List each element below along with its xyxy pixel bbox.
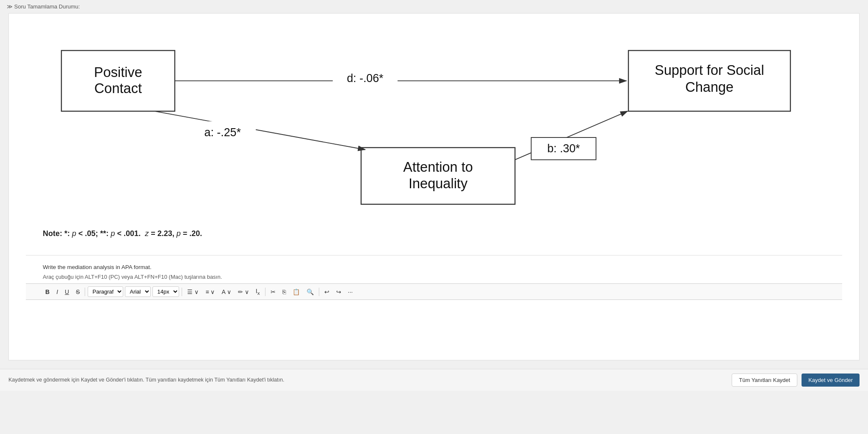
prompt-subtext: Araç çubuğu için ALT+F10 (PC) veya ALT+F… xyxy=(26,273,842,283)
strikethrough-button[interactable]: S xyxy=(73,287,82,297)
diagram-container: Positive Contact Support for Social Chan… xyxy=(26,26,842,212)
list-unordered-button[interactable]: ☰ ∨ xyxy=(185,287,201,297)
attention-inequality-label1: Attention to xyxy=(403,159,473,175)
more-button[interactable]: ··· xyxy=(346,287,356,297)
note-text: Note: *: p < .05; **: p < .001. z = 2.23… xyxy=(43,229,202,238)
size-select[interactable]: 14px xyxy=(152,286,179,297)
support-social-change-label1: Support for Social xyxy=(655,63,764,78)
undo-button[interactable]: ↩ xyxy=(322,287,332,297)
prompt-text: Write the mediation analysis in APA form… xyxy=(26,255,842,273)
italic-button[interactable]: I xyxy=(54,287,61,297)
bold-button[interactable]: B xyxy=(43,287,52,297)
page-wrapper: ≫ Soru Tamamlama Durumu: Positive Contac… xyxy=(0,0,868,434)
prompt-main: Write the mediation analysis in APA form… xyxy=(43,264,152,270)
size-dropdown[interactable]: 14px xyxy=(152,286,179,297)
a-path-arrow xyxy=(155,111,365,150)
b-label-text: b: .30* xyxy=(547,142,580,155)
toolbar-sep-3 xyxy=(265,288,265,296)
positive-contact-label2: Contact xyxy=(94,81,142,96)
clear-format-button[interactable]: Ix xyxy=(253,286,263,297)
prompt-sub: Araç çubuğu için ALT+F10 (PC) veya ALT+F… xyxy=(43,274,222,280)
cut-button[interactable]: ✂ xyxy=(268,287,278,297)
editor-toolbar: B I U S Paragraf Arial 14px ☰ xyxy=(26,283,842,300)
paragraph-dropdown[interactable]: Paragraf xyxy=(88,286,123,297)
editor-content[interactable] xyxy=(26,300,842,334)
list-ordered-button[interactable]: ≡ ∨ xyxy=(203,287,217,297)
paste-button[interactable]: 📋 xyxy=(290,287,302,297)
bottom-bar: Kaydetmek ve göndermek için Kaydet ve Gö… xyxy=(0,369,868,391)
highlight-button[interactable]: ✏ ∨ xyxy=(235,287,252,297)
font-dropdown[interactable]: Arial xyxy=(125,286,151,297)
copy-button[interactable]: ⎘ xyxy=(280,287,288,297)
save-send-button[interactable]: Kaydet ve Gönder xyxy=(802,374,860,387)
toolbar-sep-1 xyxy=(85,288,85,296)
bottom-bar-buttons: Tüm Yanıtları Kaydet Kaydet ve Gönder xyxy=(732,374,860,387)
search-button[interactable]: 🔍 xyxy=(304,287,316,297)
toolbar-sep-2 xyxy=(182,288,182,296)
font-select[interactable]: Arial xyxy=(125,286,151,297)
underline-button[interactable]: U xyxy=(62,287,72,297)
d-label-text: d: -.06* xyxy=(347,72,383,85)
diagram-svg: Positive Contact Support for Social Chan… xyxy=(26,26,842,212)
note-section: Note: *: p < .05; **: p < .001. z = 2.23… xyxy=(26,221,842,251)
support-social-change-label2: Change xyxy=(685,80,733,95)
top-bar-label: ≫ Soru Tamamlama Durumu: xyxy=(7,3,80,10)
save-all-button[interactable]: Tüm Yanıtları Kaydet xyxy=(732,374,797,387)
paragraph-select[interactable]: Paragraf xyxy=(88,286,123,297)
positive-contact-label: Positive xyxy=(94,65,142,80)
main-content: Positive Contact Support for Social Chan… xyxy=(8,13,860,360)
attention-inequality-label2: Inequality xyxy=(409,176,468,191)
redo-button[interactable]: ↪ xyxy=(334,287,344,297)
top-bar: ≫ Soru Tamamlama Durumu: xyxy=(0,0,868,13)
toolbar-sep-4 xyxy=(319,288,319,296)
bottom-hint: Kaydetmek ve göndermek için Kaydet ve Gö… xyxy=(8,377,284,383)
font-color-button[interactable]: A ∨ xyxy=(219,287,233,297)
a-label-text: a: -.25* xyxy=(205,126,241,139)
